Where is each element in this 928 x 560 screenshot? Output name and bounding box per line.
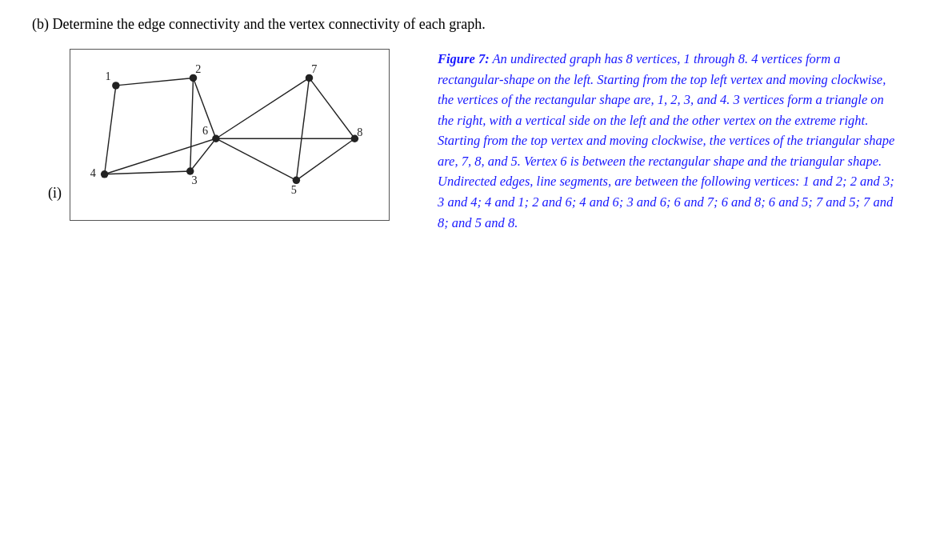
svg-point-13 [112,82,119,89]
svg-line-7 [216,78,310,138]
svg-text:5: 5 [291,183,297,196]
svg-text:6: 6 [202,125,208,138]
svg-line-11 [310,78,355,138]
svg-line-2 [105,171,190,174]
svg-line-6 [190,138,216,171]
graph-box: 1 2 3 4 5 6 7 8 [70,49,390,221]
svg-line-0 [116,78,194,85]
svg-text:7: 7 [311,62,317,75]
svg-line-5 [105,138,216,174]
svg-text:8: 8 [357,126,362,138]
svg-point-19 [306,74,313,82]
figure-caption-text: An undirected graph has 8 vertices, 1 th… [438,51,894,230]
svg-point-17 [212,135,219,142]
figure-label: Figure 7: [438,51,490,66]
svg-line-10 [296,78,309,180]
svg-line-3 [105,86,116,174]
figure-caption: Figure 7: An undirected graph has 8 vert… [438,49,896,233]
svg-line-12 [296,138,354,180]
main-question: (b) Determine the edge connectivity and … [32,16,896,33]
svg-line-1 [190,78,194,171]
svg-line-9 [216,138,296,180]
graph-svg: 1 2 3 4 5 6 7 8 [70,50,389,220]
svg-text:3: 3 [192,174,198,186]
svg-point-16 [101,170,108,178]
svg-point-14 [190,74,197,82]
svg-text:4: 4 [90,166,96,179]
part-label: (i) [48,185,62,202]
svg-text:2: 2 [195,62,201,75]
svg-text:1: 1 [106,70,111,82]
